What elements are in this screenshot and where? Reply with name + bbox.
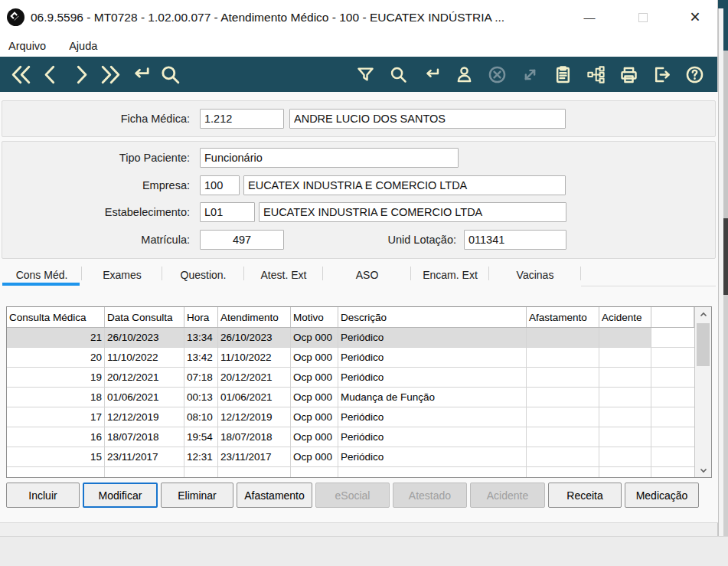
table-row[interactable]: 1618/07/201819:5418/07/2018Ocp 000Periód… — [7, 427, 694, 447]
column-header-consulta-medica[interactable]: Consulta Médica — [7, 307, 105, 327]
table-row[interactable]: 1712/12/201908:1012/12/2019Ocp 000Periód… — [7, 407, 694, 427]
previous-record-icon[interactable] — [39, 63, 63, 87]
cell-acidente — [599, 388, 651, 407]
print-icon[interactable] — [619, 64, 639, 85]
screen: 06.9.5596 - MT0728 - 1.02.00.077 - Atend… — [0, 0, 728, 566]
button-acidente: Acidente — [470, 483, 545, 508]
matricula-field[interactable] — [200, 230, 284, 250]
cell-data-consulta: 01/06/2021 — [105, 388, 184, 407]
user-icon[interactable] — [454, 64, 475, 85]
next-record-icon[interactable] — [69, 63, 93, 87]
tab-encam-ext[interactable]: Encam. Ext — [411, 263, 489, 286]
empresa-code-field[interactable] — [200, 175, 240, 195]
estabelecimento-code-field[interactable] — [200, 202, 255, 222]
last-record-icon[interactable] — [99, 63, 122, 87]
estabelecimento-name-field[interactable] — [259, 202, 566, 222]
cell-data-consulta: 26/10/2023 — [105, 328, 184, 347]
cell-consulta-medica: 15 — [7, 447, 105, 466]
button-esocial: eSocial — [315, 483, 390, 508]
empresa-label: Empresa: — [2, 179, 195, 191]
tipo-paciente-field[interactable] — [200, 148, 459, 168]
first-record-icon[interactable] — [9, 63, 33, 87]
background-segment-dark — [723, 218, 728, 295]
help-icon[interactable] — [684, 64, 705, 85]
cell-descricao: Periódico — [338, 348, 527, 367]
button-afastamento[interactable]: Afastamento — [237, 483, 312, 508]
exit-icon[interactable] — [651, 64, 672, 85]
menu-ajuda[interactable]: Ajuda — [69, 40, 97, 52]
column-header-motivo[interactable]: Motivo — [291, 307, 338, 327]
content-panel: Ficha Médica: Tipo Paciente: Empresa: Es… — [0, 92, 718, 523]
filter-icon[interactable] — [355, 64, 376, 85]
button-eliminar[interactable]: Eliminar — [161, 483, 233, 508]
cell-atendimento: 11/10/2022 — [218, 348, 291, 367]
cell-data-consulta: 18/07/2018 — [105, 427, 184, 447]
zoom-search-icon[interactable] — [388, 64, 409, 85]
cell-afastamento — [527, 447, 599, 466]
button-atestado: Atestado — [393, 483, 467, 508]
empty-row — [7, 467, 694, 477]
maximize-button[interactable] — [632, 0, 655, 34]
table-row[interactable]: 1801/06/202100:1301/06/2021Ocp 000Mudanç… — [7, 388, 694, 407]
scrollbar-thumb[interactable] — [697, 323, 710, 366]
search-icon[interactable] — [158, 63, 182, 87]
column-header-descricao[interactable]: Descrição — [338, 307, 527, 327]
chevron-down-icon[interactable] — [695, 463, 711, 477]
cell-hora: 07:18 — [184, 368, 218, 387]
report-icon[interactable] — [553, 64, 573, 85]
cell-hora: 12:31 — [184, 447, 218, 466]
tab-aso[interactable]: ASO — [323, 263, 411, 286]
go-to-record-icon[interactable] — [129, 63, 152, 87]
cell-motivo: Ocp 000 — [291, 427, 338, 447]
tab-atest-ext[interactable]: Atest. Ext — [244, 263, 323, 286]
cell-data-consulta: 12/12/2019 — [105, 407, 184, 427]
toolbar-nav-group — [0, 63, 182, 87]
cell-filler — [651, 348, 694, 367]
cell-hora: 13:42 — [184, 348, 218, 367]
ficha-medica-code-field[interactable] — [200, 109, 284, 129]
column-header-acidente[interactable]: Acidente — [599, 307, 651, 327]
chevron-up-icon[interactable] — [695, 307, 711, 322]
unid-lotacao-field[interactable] — [464, 230, 566, 250]
estabelecimento-label: Estabelecimento: — [2, 206, 195, 218]
tab-cons-med[interactable]: Cons Méd. — [2, 263, 82, 286]
vertical-scrollbar[interactable] — [694, 307, 711, 477]
minimize-button[interactable]: — — [578, 0, 601, 34]
cell-filler — [651, 388, 694, 407]
cell-filler — [651, 447, 694, 466]
close-button[interactable]: × — [684, 0, 707, 34]
column-header-hora[interactable]: Hora — [184, 307, 218, 327]
cell-filler — [651, 427, 694, 447]
button-modificar[interactable]: Modificar — [83, 483, 158, 508]
cell-motivo: Ocp 000 — [291, 388, 338, 407]
cancel-icon — [487, 64, 508, 85]
cell-empty — [7, 467, 105, 477]
button-incluir[interactable]: Incluir — [6, 483, 80, 508]
button-receita[interactable]: Receita — [548, 483, 622, 508]
tab-strip-spacer — [581, 263, 716, 286]
column-header-afastamento[interactable]: Afastamento — [527, 307, 599, 327]
app-icon — [7, 8, 24, 26]
cell-data-consulta: 20/12/2021 — [105, 368, 184, 387]
empresa-name-field[interactable] — [243, 175, 566, 195]
ficha-medica-name-field[interactable] — [289, 109, 566, 129]
tab-question[interactable]: Question. — [162, 263, 244, 286]
button-medicacao[interactable]: Medicação — [625, 483, 699, 508]
table-row[interactable]: 1920/12/202107:1820/12/2021Ocp 000Periód… — [7, 368, 694, 388]
table-row[interactable]: 1523/11/201712:3123/11/2017Ocp 000Periód… — [7, 447, 694, 467]
menu-arquivo[interactable]: Arquivo — [8, 40, 46, 52]
cell-empty — [218, 467, 291, 477]
table-row[interactable]: 2011/10/202213:4211/10/2022Ocp 000Periód… — [7, 348, 694, 368]
column-header-data-consulta[interactable]: Data Consulta — [105, 307, 184, 327]
cell-hora: 19:54 — [184, 427, 218, 447]
tab-exames[interactable]: Exames — [82, 263, 162, 286]
cell-consulta-medica: 20 — [7, 348, 105, 367]
tab-vacinas[interactable]: Vacinas — [489, 263, 581, 286]
cell-motivo: Ocp 000 — [291, 348, 338, 367]
hierarchy-icon[interactable] — [586, 64, 606, 85]
column-header-atendimento[interactable]: Atendimento — [218, 307, 291, 327]
table-row[interactable]: 2126/10/202313:3426/10/2023Ocp 000Periód… — [7, 328, 694, 348]
cell-data-consulta: 23/11/2017 — [105, 447, 184, 466]
cell-empty — [527, 467, 599, 477]
go-to-icon[interactable] — [421, 64, 442, 85]
